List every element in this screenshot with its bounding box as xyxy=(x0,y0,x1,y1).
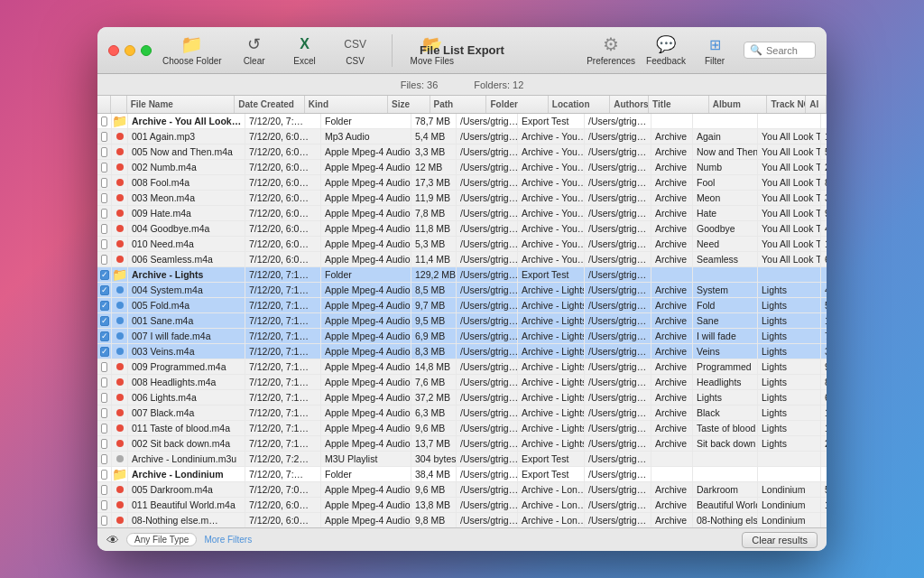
excel-button[interactable]: X Excel xyxy=(287,34,323,66)
table-row[interactable]: 006 Lights.m4a7/12/20, 7:1…Apple Mpeg-4 … xyxy=(97,390,827,406)
table-row[interactable]: 📁Archive - You All Look…7/12/20, 7:…Fold… xyxy=(97,114,827,129)
table-row[interactable]: 002 Numb.m4a7/12/20, 6:0…Apple Mpeg-4 Au… xyxy=(97,160,827,175)
feedback-button[interactable]: 💬 Feedback xyxy=(646,34,686,66)
table-row[interactable]: 005 Darkroom.m4a7/12/20, 7:0…Apple Mpeg-… xyxy=(97,482,827,498)
row-checkbox[interactable] xyxy=(97,421,112,435)
table-row[interactable]: 007 Black.m4a7/12/20, 7:1…Apple Mpeg-4 A… xyxy=(97,406,827,421)
table-row[interactable]: 004 Goodbye.m4a7/12/20, 6:0…Apple Mpeg-4… xyxy=(97,221,827,237)
table-row[interactable]: 002 Sit back down.m4a7/12/20, 7:1…Apple … xyxy=(97,436,827,452)
row-checkbox[interactable]: ✓ xyxy=(97,298,112,312)
row-checkbox[interactable] xyxy=(97,375,112,389)
preferences-button[interactable]: ⚙ Preferences xyxy=(587,34,635,66)
row-checkbox[interactable] xyxy=(97,206,112,220)
row-status-dot xyxy=(112,375,128,389)
row-checkbox[interactable] xyxy=(97,221,112,236)
col-album[interactable]: Album xyxy=(709,96,768,113)
row-checkbox[interactable] xyxy=(97,252,112,266)
row-date: 7/12/20, 6:0… xyxy=(245,129,321,144)
table-row[interactable]: 009 Programmed.m4a7/12/20, 7:1…Apple Mpe… xyxy=(97,359,827,375)
table-row[interactable]: ✓📁Archive - Lights7/12/20, 7:1…Folder129… xyxy=(97,267,827,283)
table-row[interactable]: 010 Need.m4a7/12/20, 6:0…Apple Mpeg-4 Au… xyxy=(97,237,827,252)
row-checkbox[interactable] xyxy=(97,498,112,512)
col-location[interactable]: Location xyxy=(549,96,610,113)
search-box[interactable]: 🔍 xyxy=(744,42,816,59)
row-checkbox[interactable] xyxy=(97,191,112,205)
fullscreen-button[interactable] xyxy=(141,45,152,56)
table-row[interactable]: ✓005 Fold.m4a7/12/20, 7:1…Apple Mpeg-4 A… xyxy=(97,298,827,313)
col-al[interactable]: Al xyxy=(806,96,827,113)
close-button[interactable] xyxy=(108,45,119,56)
row-track: 11 xyxy=(821,498,827,512)
col-name[interactable]: File Name xyxy=(127,96,236,113)
table-row[interactable]: ✓001 Sane.m4a7/12/20, 7:1…Apple Mpeg-4 A… xyxy=(97,313,827,329)
col-size[interactable]: Size xyxy=(388,96,430,113)
col-kind[interactable]: Kind xyxy=(305,96,388,113)
row-checkbox[interactable] xyxy=(97,390,112,405)
file-type-filter[interactable]: Any File Type xyxy=(126,533,197,546)
col-folder[interactable]: Folder xyxy=(486,96,548,113)
red-dot-icon xyxy=(116,517,124,524)
window-title: File List Export xyxy=(420,43,504,57)
table-row[interactable]: 08-Nothing else.m…7/12/20, 6:0…Apple Mpe… xyxy=(97,513,827,527)
col-path[interactable]: Path xyxy=(430,96,487,113)
table-row[interactable]: 008 Fool.m4a7/12/20, 6:0…Apple Mpeg-4 Au… xyxy=(97,175,827,191)
table-row[interactable]: 009 Hate.m4a7/12/20, 6:0…Apple Mpeg-4 Au… xyxy=(97,206,827,221)
table-row[interactable]: 005 Now and Then.m4a7/12/20, 6:0…Apple M… xyxy=(97,144,827,160)
col-date[interactable]: Date Created xyxy=(235,96,305,113)
row-checkbox[interactable] xyxy=(97,406,112,420)
col-title[interactable]: Title xyxy=(649,96,709,113)
table-row[interactable]: 001 Again.mp37/12/20, 6:0…Mp3 Audio5,4 M… xyxy=(97,129,827,144)
table-row[interactable]: 008 Headlights.m4a7/12/20, 7:1…Apple Mpe… xyxy=(97,375,827,390)
table-row[interactable]: 003 Meon.m4a7/12/20, 6:0…Apple Mpeg-4 Au… xyxy=(97,191,827,206)
table-row[interactable]: 006 Seamless.m4a7/12/20, 6:0…Apple Mpeg-… xyxy=(97,252,827,267)
table-row[interactable]: Archive - Londinium.m3u7/12/20, 7:2…M3U … xyxy=(97,452,827,467)
row-checkbox[interactable] xyxy=(97,359,112,374)
row-album: You All Look The S… xyxy=(758,252,821,266)
row-track: 9 xyxy=(821,359,827,374)
row-checkbox[interactable] xyxy=(97,237,112,251)
row-checkbox[interactable] xyxy=(97,160,112,174)
clear-button[interactable]: ↺ Clear xyxy=(236,34,273,66)
row-checkbox[interactable] xyxy=(97,129,112,144)
checkbox-icon: ✓ xyxy=(100,331,109,341)
row-checkbox[interactable] xyxy=(97,467,112,481)
search-input[interactable] xyxy=(766,45,820,56)
choose-folder-button[interactable]: 📁 Choose Folder xyxy=(162,34,222,66)
row-checkbox[interactable]: ✓ xyxy=(97,267,112,282)
checkbox-icon: ✓ xyxy=(100,301,109,311)
table-row[interactable]: 011 Taste of blood.m4a7/12/20, 7:1…Apple… xyxy=(97,421,827,436)
table-row[interactable]: ✓003 Veins.m4a7/12/20, 7:1…Apple Mpeg-4 … xyxy=(97,344,827,359)
blue-dot-icon xyxy=(116,286,124,294)
row-checkbox[interactable]: ✓ xyxy=(97,329,112,343)
table-row[interactable]: 📁Archive - Londinium7/12/20, 7:…Folder38… xyxy=(97,467,827,482)
filter-button[interactable]: ⊞ Filter xyxy=(697,34,733,66)
row-checkbox[interactable] xyxy=(97,513,112,527)
table-row[interactable]: 011 Beautiful World.m4a7/12/20, 6:0…Appl… xyxy=(97,498,827,513)
minimize-button[interactable] xyxy=(125,45,135,56)
row-checkbox[interactable] xyxy=(97,436,112,451)
eye-icon: 👁 xyxy=(106,533,119,547)
row-checkbox[interactable] xyxy=(97,144,112,159)
col-authors[interactable]: Authors xyxy=(610,96,649,113)
row-album: Lights xyxy=(758,344,821,359)
row-album: You All Look The S… xyxy=(758,160,821,174)
table-row[interactable]: ✓007 I will fade.m4a7/12/20, 7:1…Apple M… xyxy=(97,329,827,344)
table-row[interactable]: ✓004 System.m4a7/12/20, 7:1…Apple Mpeg-4… xyxy=(97,283,827,298)
row-checkbox[interactable]: ✓ xyxy=(97,344,112,359)
csv-button[interactable]: CSV CSV xyxy=(337,34,374,66)
row-track: 11 xyxy=(821,421,827,435)
main-window: 📁 Choose Folder ↺ Clear X Excel CSV CSV … xyxy=(97,27,827,551)
clear-results-button[interactable]: Clear results xyxy=(742,532,818,548)
row-checkbox[interactable] xyxy=(97,482,112,497)
row-checkbox[interactable]: ✓ xyxy=(97,313,112,328)
statusbar: 👁 Any File Type More Filters Clear resul… xyxy=(97,527,827,551)
row-checkbox[interactable] xyxy=(97,452,112,466)
row-checkbox[interactable] xyxy=(97,175,112,190)
more-filters-button[interactable]: More Filters xyxy=(204,535,252,545)
row-checkbox[interactable] xyxy=(97,114,112,128)
col-track[interactable]: Track NO xyxy=(767,96,806,113)
row-track: 5 xyxy=(821,144,827,159)
row-checkbox[interactable]: ✓ xyxy=(97,283,112,297)
checkbox-icon xyxy=(101,516,107,526)
row-folder: Archive - Lights xyxy=(518,421,585,435)
